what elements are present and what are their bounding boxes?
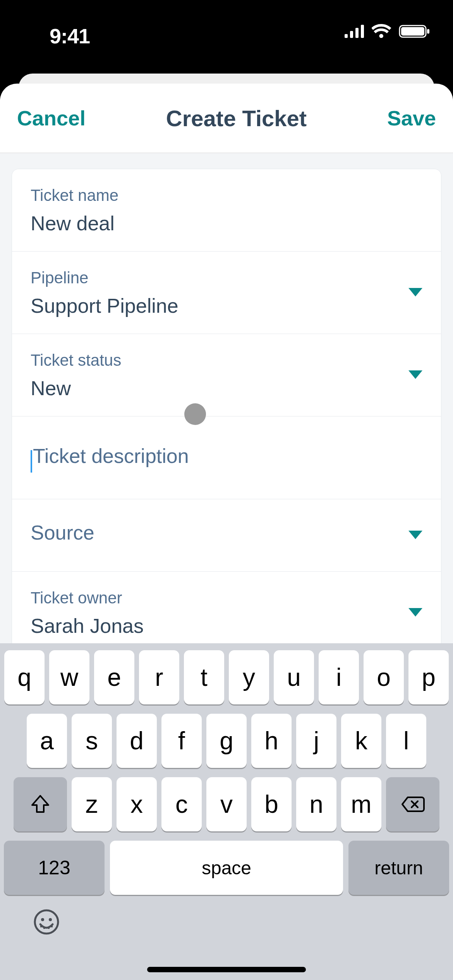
form-card: Ticket name New deal Pipeline Support Pi… <box>12 169 441 726</box>
key-space[interactable]: space <box>110 841 343 895</box>
key-return[interactable]: return <box>348 841 449 895</box>
key-v[interactable]: v <box>206 777 247 831</box>
status-time: 9:41 <box>50 24 90 48</box>
key-j[interactable]: j <box>296 714 336 768</box>
ticket-owner-value: Sarah Jonas <box>31 614 422 637</box>
key-s[interactable]: s <box>72 714 112 768</box>
status-bar: 9:41 <box>0 0 453 62</box>
cancel-button[interactable]: Cancel <box>17 106 86 130</box>
ticket-status-label: Ticket status <box>31 351 422 370</box>
keyboard-row-4: 123 space return <box>4 841 449 895</box>
svg-rect-3 <box>361 25 364 38</box>
svg-marker-10 <box>408 608 422 617</box>
pipeline-value: Support Pipeline <box>31 294 422 317</box>
chevron-down-icon <box>408 531 422 540</box>
key-q[interactable]: q <box>4 650 45 704</box>
keyboard: q w e r t y u i o p a s d f g h j k l <box>0 643 453 980</box>
key-a[interactable]: a <box>27 714 67 768</box>
home-indicator[interactable] <box>147 967 306 972</box>
ticket-name-value: New deal <box>31 212 422 235</box>
key-123[interactable]: 123 <box>4 841 105 895</box>
svg-rect-2 <box>355 28 359 38</box>
key-k[interactable]: k <box>341 714 381 768</box>
svg-rect-6 <box>427 29 429 34</box>
key-b[interactable]: b <box>251 777 292 831</box>
key-i[interactable]: i <box>319 650 359 704</box>
touch-indicator <box>184 403 206 425</box>
key-h[interactable]: h <box>251 714 292 768</box>
shift-icon <box>31 795 50 814</box>
key-y[interactable]: y <box>229 650 269 704</box>
ticket-owner-label: Ticket owner <box>31 589 422 607</box>
key-x[interactable]: x <box>117 777 157 831</box>
source-row[interactable]: Source <box>12 499 441 572</box>
keyboard-row-2: a s d f g h j k l <box>4 714 449 768</box>
svg-marker-8 <box>408 370 422 379</box>
modal-sheet: Cancel Create Ticket Save Ticket name Ne… <box>0 84 453 980</box>
key-z[interactable]: z <box>72 777 112 831</box>
cellular-icon <box>345 25 365 39</box>
key-f[interactable]: f <box>161 714 202 768</box>
key-c[interactable]: c <box>161 777 202 831</box>
nav-bar: Cancel Create Ticket Save <box>0 84 453 153</box>
svg-point-13 <box>41 918 44 921</box>
ticket-name-row[interactable]: Ticket name New deal <box>12 169 441 252</box>
wifi-icon <box>372 24 392 40</box>
pipeline-label: Pipeline <box>31 269 422 287</box>
keyboard-row-1: q w e r t y u i o p <box>4 650 449 704</box>
keyboard-bottom-row <box>4 895 449 942</box>
key-r[interactable]: r <box>139 650 179 704</box>
emoji-icon[interactable] <box>33 908 60 942</box>
svg-marker-9 <box>408 531 422 539</box>
key-t[interactable]: t <box>184 650 224 704</box>
svg-point-12 <box>35 910 58 934</box>
backspace-icon <box>401 796 425 813</box>
battery-icon <box>399 24 431 40</box>
key-l[interactable]: l <box>386 714 426 768</box>
status-right-icons <box>345 24 431 40</box>
key-m[interactable]: m <box>341 777 381 831</box>
save-button[interactable]: Save <box>387 106 436 130</box>
key-n[interactable]: n <box>296 777 336 831</box>
ticket-status-row[interactable]: Ticket status New <box>12 334 441 416</box>
chevron-down-icon <box>408 608 422 617</box>
page-title: Create Ticket <box>166 105 307 131</box>
svg-rect-1 <box>350 31 353 38</box>
svg-point-14 <box>49 918 52 921</box>
ticket-description-placeholder: Ticket description <box>33 445 189 467</box>
svg-marker-7 <box>408 288 422 296</box>
ticket-name-label: Ticket name <box>31 186 422 205</box>
key-o[interactable]: o <box>364 650 404 704</box>
chevron-down-icon <box>408 370 422 380</box>
key-g[interactable]: g <box>206 714 247 768</box>
chevron-down-icon <box>408 288 422 297</box>
svg-rect-5 <box>401 27 424 36</box>
ticket-owner-row[interactable]: Ticket owner Sarah Jonas <box>12 572 441 654</box>
ticket-description-row[interactable]: Ticket description <box>12 416 441 499</box>
svg-rect-0 <box>345 34 348 38</box>
device-frame: 9:41 Cancel Create Ticket Save Ticket na… <box>0 0 453 980</box>
key-e[interactable]: e <box>94 650 134 704</box>
key-d[interactable]: d <box>117 714 157 768</box>
text-caret <box>31 450 32 473</box>
key-p[interactable]: p <box>408 650 449 704</box>
key-shift[interactable] <box>14 777 67 831</box>
pipeline-row[interactable]: Pipeline Support Pipeline <box>12 252 441 334</box>
form-body: Ticket name New deal Pipeline Support Pi… <box>0 153 453 726</box>
key-w[interactable]: w <box>49 650 89 704</box>
keyboard-row-3: z x c v b n m <box>4 777 449 831</box>
key-u[interactable]: u <box>274 650 314 704</box>
source-placeholder: Source <box>31 521 422 544</box>
ticket-status-value: New <box>31 377 422 400</box>
key-backspace[interactable] <box>386 777 439 831</box>
